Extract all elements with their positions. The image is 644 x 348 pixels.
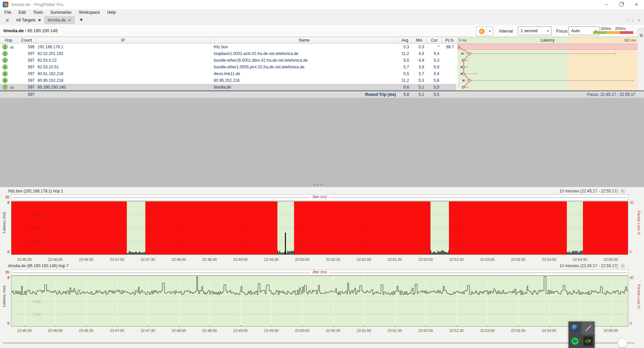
tab-close-icon[interactable]: ✕ xyxy=(38,18,41,22)
graph1-plot[interactable]: 6 ms4 ms2 ms xyxy=(11,201,628,255)
x-tick-label: 22:46:00 xyxy=(48,329,62,333)
bar-chart-icon xyxy=(10,86,14,89)
tab-label: All Targets xyxy=(16,18,36,22)
x-tick-label: 22:46:30 xyxy=(79,257,93,262)
column-header-latency[interactable]: 0 ms Latency 162 ms xyxy=(457,37,638,44)
x-tick-label: 22:52:30 xyxy=(449,257,464,262)
latency-mini-chart[interactable] xyxy=(457,44,638,91)
x-tick-label: 22:47:30 xyxy=(141,329,155,333)
table-row[interactable]: 1595192.168.178.1fritz.box0,30,3*88,7 xyxy=(0,44,456,50)
target-title: timolia.de / 85.190.150.145 xyxy=(3,28,58,33)
column-header-avg[interactable]: Avg xyxy=(398,37,412,44)
graph2-jitter-max: 35 xyxy=(1,270,9,274)
latency-color-legend xyxy=(593,31,633,34)
tray-nvidia-icon[interactable] xyxy=(582,335,595,348)
hamburger-icon[interactable]: ≡ xyxy=(4,17,10,23)
cell-min: 5,3 xyxy=(412,77,424,84)
graph2-jitter-label: Jitter (ms) xyxy=(11,270,628,274)
splitter-handle[interactable] xyxy=(314,184,322,185)
tab-timolia-de[interactable]: timolia.de✓ xyxy=(44,16,75,24)
right-strip xyxy=(638,37,644,98)
hop-number-badge: 7 xyxy=(2,84,8,90)
graph2-right-top: 30 xyxy=(630,276,634,280)
x-tick-label: 22:46:00 xyxy=(48,257,62,262)
menu-item-file[interactable]: File xyxy=(1,9,15,16)
x-tick-label: 22:54:30 xyxy=(573,257,587,262)
column-header-hop[interactable]: Hop xyxy=(0,37,17,44)
system-tray-popup xyxy=(568,322,595,348)
column-header-min[interactable]: Min xyxy=(412,37,427,44)
cell-name: bundle-ether28.0001.dbrx.02.fra.de.net.t… xyxy=(214,57,395,64)
column-header-pl[interactable]: PL% xyxy=(442,37,457,44)
column-header-count[interactable]: Count xyxy=(17,37,36,44)
tray-spotify-icon[interactable] xyxy=(568,335,582,348)
graph1-range-chevron-icon[interactable]: ˅ xyxy=(620,189,625,194)
cell-avg: 11,2 xyxy=(398,50,409,57)
graph2-range-chevron-icon[interactable]: ˅ xyxy=(620,264,625,269)
cell-min: 3,7 xyxy=(412,70,424,77)
table-row[interactable]: 759785.190.150.145timolia.de5,65,15,5 xyxy=(0,84,456,91)
column-header-cur[interactable]: Cur xyxy=(427,37,442,44)
tab-check-icon: ✓ xyxy=(68,18,71,22)
svg-text:2 ms: 2 ms xyxy=(33,240,41,244)
tray-blue-sphere-icon[interactable] xyxy=(568,322,582,335)
graph2-plot[interactable]: 4 ms2 ms xyxy=(11,276,628,327)
tab-scroll-left-icon[interactable]: ‹ xyxy=(627,18,628,23)
pause-dropdown-button[interactable]: ▾ xyxy=(487,27,493,36)
x-tick-label: 22:47:00 xyxy=(110,257,124,262)
cell-pl xyxy=(442,64,454,70)
interval-select[interactable]: 1 second▾ xyxy=(518,26,551,35)
empty-area xyxy=(0,98,644,187)
graph2-right-axis-label: Packet Loss % xyxy=(637,284,641,309)
tab-all-targets[interactable]: All Targets✕ xyxy=(13,16,44,24)
menu-item-summaries[interactable]: Summaries xyxy=(47,9,75,16)
horizontal-scrollbar-track[interactable] xyxy=(3,342,635,344)
restore-button[interactable] xyxy=(614,0,629,9)
x-tick-label: 22:53:30 xyxy=(511,329,526,333)
pause-button[interactable] xyxy=(477,27,487,36)
minimize-button[interactable] xyxy=(599,0,614,9)
legend-200ms-label: 200ms xyxy=(615,26,626,31)
x-tick-label: 22:53:00 xyxy=(480,257,495,262)
graph1-right-bottom: 0 xyxy=(630,250,632,254)
graph2-range-label[interactable]: 10 minutes (22:45:17 - 22:55:17) xyxy=(559,264,618,268)
table-row[interactable]: 259762.52.201.192loopback1.0001.acln.02.… xyxy=(0,50,456,57)
tray-feather-icon[interactable] xyxy=(582,322,595,335)
focus-select[interactable]: Auto▾ xyxy=(568,26,599,35)
add-tab-button[interactable]: + xyxy=(80,16,83,23)
cell-ip: 62.52.201.192 xyxy=(38,50,205,57)
table-row[interactable]: 359762.53.0.22bundle-ether28.0001.dbrx.0… xyxy=(0,57,456,64)
hop-number-badge: 3 xyxy=(2,58,8,63)
menu-item-workspace[interactable]: Workspace xyxy=(75,9,103,16)
cell-min: 4,9 xyxy=(412,57,424,64)
graph1-range-label[interactable]: 10 minutes (22:45:17 - 22:55:17) xyxy=(559,189,618,193)
graph1-y-bottom: 0 xyxy=(1,250,9,254)
graph1-y-axis-label: Latency (ms) xyxy=(2,212,6,233)
x-tick-label: 22:50:00 xyxy=(295,329,309,333)
tab-list-icon[interactable]: ˅ xyxy=(638,18,641,23)
table-row[interactable]: 659780.95.152.21880.95.152.21811,25,35,6 xyxy=(0,77,456,84)
horizontal-scrollbar-thumb[interactable] xyxy=(617,338,627,348)
app-logo-icon xyxy=(3,2,8,7)
chevron-down-icon: ▾ xyxy=(547,29,549,33)
x-tick-label: 22:46:30 xyxy=(79,329,93,333)
menu-item-help[interactable]: Help xyxy=(103,9,119,16)
tab-scroll-right-icon[interactable]: › xyxy=(632,18,634,23)
graph2-jitter-band: Jitter (ms) xyxy=(11,270,628,276)
cell-name: bundle-ether1.0005.prrx.02.fra.de.net.te… xyxy=(214,64,395,70)
graph1-title: fritz.box (192.168.178.1) hop 1 xyxy=(8,189,63,193)
x-tick-label: 22:50:30 xyxy=(326,329,340,333)
cell-min: 5,1 xyxy=(412,84,424,91)
hop-number-badge: 2 xyxy=(2,51,8,56)
cell-count: 597 xyxy=(17,77,35,84)
column-header-ip[interactable]: IP xyxy=(36,37,210,44)
close-button[interactable]: ✕ xyxy=(629,0,644,9)
column-header-name[interactable]: Name xyxy=(210,37,398,44)
menu-item-edit[interactable]: Edit xyxy=(15,9,30,16)
table-row[interactable]: 459762.53.10.51bundle-ether1.0005.prrx.0… xyxy=(0,64,456,70)
cell-avg: 5,6 xyxy=(398,84,409,91)
table-row[interactable]: 559780.81.192.218decix.link11.de5,53,75,… xyxy=(0,70,456,77)
x-tick-label: 22:51:30 xyxy=(388,329,402,333)
x-tick-label: 22:49:30 xyxy=(264,257,279,262)
menu-item-tools[interactable]: Tools xyxy=(30,9,47,16)
